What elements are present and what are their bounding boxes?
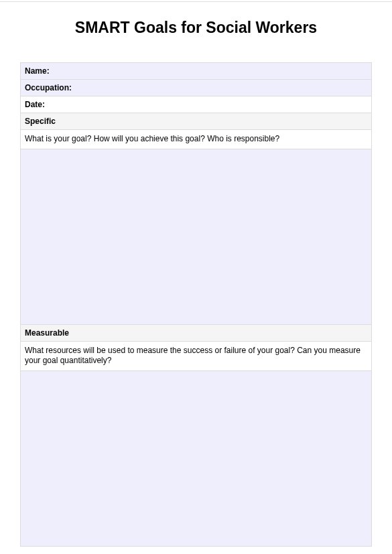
specific-header: Specific (21, 113, 372, 130)
date-label: Date: (25, 100, 45, 109)
form-table: Name: Occupation: Date: Specific What is… (20, 62, 372, 547)
occupation-row[interactable]: Occupation: (21, 80, 372, 96)
name-label: Name: (25, 66, 50, 76)
date-row[interactable]: Date: (21, 96, 372, 113)
specific-prompt: What is your goal? How will you achieve … (21, 130, 372, 149)
top-divider (0, 1, 392, 2)
occupation-label: Occupation: (25, 83, 72, 92)
specific-answer-area[interactable] (21, 149, 372, 324)
measurable-prompt: What resources will be used to measure t… (21, 341, 372, 370)
measurable-header: Measurable (21, 324, 372, 341)
name-row[interactable]: Name: (21, 63, 372, 80)
page-title: SMART Goals for Social Workers (0, 19, 392, 37)
page-container: SMART Goals for Social Workers Name: Occ… (0, 0, 392, 554)
measurable-answer-area[interactable] (21, 370, 372, 546)
